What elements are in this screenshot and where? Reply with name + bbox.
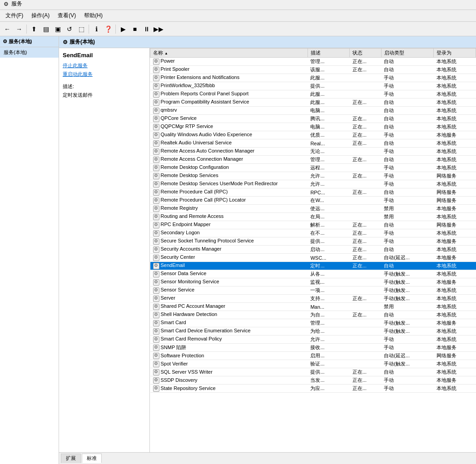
table-row[interactable]: Remote Access Connection Manager管理...正在.… [150, 156, 476, 164]
table-row[interactable]: Shell Hardware Detection为自...正在...自动本地系统 [150, 311, 476, 319]
refresh-button[interactable]: ↺ [64, 24, 75, 35]
table-row[interactable]: Smart Card管理...手动(触发...本地服务 [150, 319, 476, 327]
stop-button[interactable]: ■ [129, 24, 140, 35]
service-icon [153, 345, 159, 351]
service-desc-cell: 监视... [307, 278, 350, 286]
table-row[interactable]: Remote Desktop Services UserMode Port Re… [150, 180, 476, 188]
service-icon [153, 377, 159, 384]
table-row[interactable]: Secure Socket Tunneling Protocol Service… [150, 237, 476, 246]
table-row[interactable]: Realtek Audio Universal ServiceReal...正在… [150, 139, 476, 148]
table-row[interactable]: SNMP 陷阱接收...手动本地服务 [150, 344, 476, 352]
service-logon-cell: 本地系统 [434, 123, 476, 131]
table-row[interactable]: Sensor Data Service从各...手动(触发...本地系统 [150, 270, 476, 278]
menu-view[interactable]: 查看(V) [54, 11, 79, 20]
col-header-desc[interactable]: 描述 [307, 49, 350, 58]
table-row[interactable]: Remote Desktop Configuration远程...手动本地系统 [150, 164, 476, 172]
service-icon [153, 312, 159, 318]
table-row[interactable]: Quality Windows Audio Video Experience优质… [150, 131, 476, 139]
col-header-logon[interactable]: 登录为 [434, 49, 476, 58]
service-name-cell: Realtek Audio Universal Service [150, 139, 308, 148]
table-row[interactable]: RPC Endpoint Mapper解析...正在...自动网络服务 [150, 221, 476, 229]
table-row[interactable]: Security CenterWSC...正在...自动(延迟...本地服务 [150, 254, 476, 262]
table-row[interactable]: Smart Card Device Enumeration Service为给.… [150, 327, 476, 336]
title-bar-icon: ⚙ [4, 1, 9, 7]
export-button[interactable]: ⬚ [76, 24, 87, 35]
table-row[interactable]: Secondary Logon在不...正在...手动本地系统 [150, 229, 476, 237]
back-button[interactable]: ← [2, 24, 13, 35]
service-status-cell: 正在... [350, 115, 381, 123]
help-button[interactable]: ❓ [103, 24, 114, 35]
service-status-cell: 正在... [350, 385, 381, 393]
service-startup-cell: 自动 [381, 246, 434, 254]
service-status-cell [350, 197, 381, 205]
service-desc-cell: 当发... [307, 376, 350, 385]
tab-expand[interactable]: 扩展 [61, 454, 81, 463]
table-row[interactable]: Shared PC Account ManagerMan...禁用本地系统 [150, 303, 476, 311]
table-row[interactable]: Spot Verifier验证...手动(触发...本地系统 [150, 360, 476, 368]
show-hide-button[interactable]: ▤ [40, 24, 51, 35]
table-row[interactable]: State Repository Service为应...正在...手动本地系统 [150, 385, 476, 393]
table-row[interactable]: Security Accounts Manager启动...正在...自动本地系… [150, 246, 476, 254]
service-icon [153, 336, 159, 343]
table-row[interactable]: SendEmail定时...正在...自动本地系统 [150, 262, 476, 270]
btn5[interactable]: ▣ [52, 24, 63, 35]
col-header-status[interactable]: 状态 [350, 49, 381, 58]
table-row[interactable]: Sensor Monitoring Service监视...手动(触发...本地… [150, 278, 476, 286]
service-startup-cell: 自动 [381, 58, 434, 66]
table-row[interactable]: Print Spooler该服...正在...自动本地系统 [150, 66, 476, 74]
table-row[interactable]: Remote Desktop Services允许...正在...手动网络服务 [150, 172, 476, 180]
col-header-name[interactable]: 名称 ▲ [150, 49, 308, 58]
service-icon [153, 116, 159, 122]
up-button[interactable]: ⬆ [29, 24, 40, 35]
table-row[interactable]: Software Protection启用...自动(延迟...网络服务 [150, 352, 476, 360]
play-button[interactable]: ▶ [118, 24, 129, 35]
service-desc-cell: 此服... [307, 90, 350, 99]
col-header-startup[interactable]: 启动类型 [381, 49, 434, 58]
service-name-cell: Security Accounts Manager [150, 246, 308, 254]
table-row[interactable]: Server支持...正在...手动(触发...本地系统 [150, 295, 476, 303]
restart-service-link[interactable]: 重启动此服务 [63, 71, 146, 78]
service-logon-cell: 本地系统 [434, 303, 476, 311]
table-row[interactable]: SQL Server VSS Writer提供...正在...自动本地系统 [150, 368, 476, 376]
menu-file[interactable]: 文件(F) [2, 11, 27, 20]
table-row[interactable]: Power管理...正在...自动本地系统 [150, 58, 476, 66]
service-status-cell: 正在... [350, 188, 381, 197]
table-row[interactable]: QPCore Service腾讯...正在...自动本地系统 [150, 115, 476, 123]
table-row[interactable]: Remote Access Auto Connection Manager无论.… [150, 148, 476, 156]
sidebar-item-services[interactable]: 服务(本地) [0, 47, 59, 58]
service-icon [153, 140, 159, 147]
service-desc-cell: 优质... [307, 131, 350, 139]
service-name-cell: Remote Access Connection Manager [150, 156, 308, 164]
table-row[interactable]: Remote Registry使远...禁用本地服务 [150, 205, 476, 213]
service-list[interactable]: 名称 ▲ 描述 状态 启动类型 [150, 48, 476, 452]
table-row[interactable]: Routing and Remote Access在局...禁用本地系统 [150, 213, 476, 221]
menu-action[interactable]: 操作(A) [28, 11, 53, 20]
table-row[interactable]: Smart Card Removal Policy允许...手动本地系统 [150, 336, 476, 344]
table-row[interactable]: Program Compatibility Assistant Service此… [150, 99, 476, 107]
service-name-cell: SSDP Discovery [150, 376, 308, 385]
table-row[interactable]: Remote Procedure Call (RPC) Locator在W...… [150, 197, 476, 205]
table-row[interactable]: Sensor Service一项...手动(触发...本地系统 [150, 286, 476, 295]
table-header-row: 名称 ▲ 描述 状态 启动类型 [150, 49, 476, 58]
left-pane: ⚙ 服务(本地) 服务(本地) [0, 36, 59, 464]
service-icon [153, 287, 159, 294]
table-row[interactable]: Problem Reports Control Panel Support此服.… [150, 90, 476, 99]
table-row[interactable]: QQPCMgr RTP Service电脑...正在...自动本地系统 [150, 123, 476, 131]
service-desc-cell: Man... [307, 303, 350, 311]
table-row[interactable]: Printer Extensions and Notifications此服..… [150, 74, 476, 82]
service-startup-cell: 自动 [381, 99, 434, 107]
service-icon [153, 132, 159, 138]
table-row[interactable]: qmbsrv电脑...自动本地系统 [150, 107, 476, 115]
menu-help[interactable]: 帮助(H) [80, 11, 106, 20]
forward-button[interactable]: → [14, 24, 25, 35]
properties-button[interactable]: ℹ [91, 24, 102, 35]
service-startup-cell: 手动 [381, 164, 434, 172]
resume-button[interactable]: ▶▶ [153, 24, 164, 35]
service-desc-cell: 解析... [307, 221, 350, 229]
stop-service-link[interactable]: 停止此服务 [63, 62, 146, 69]
table-row[interactable]: PrintWorkflow_3325fbbb提供...手动本地系统 [150, 82, 476, 90]
pause-button[interactable]: ⏸ [141, 24, 152, 35]
table-row[interactable]: SSDP Discovery当发...正在...手动本地服务 [150, 376, 476, 385]
table-row[interactable]: Remote Procedure Call (RPC)RPC...正在...自动… [150, 188, 476, 197]
tab-standard[interactable]: 标准 [82, 454, 102, 463]
